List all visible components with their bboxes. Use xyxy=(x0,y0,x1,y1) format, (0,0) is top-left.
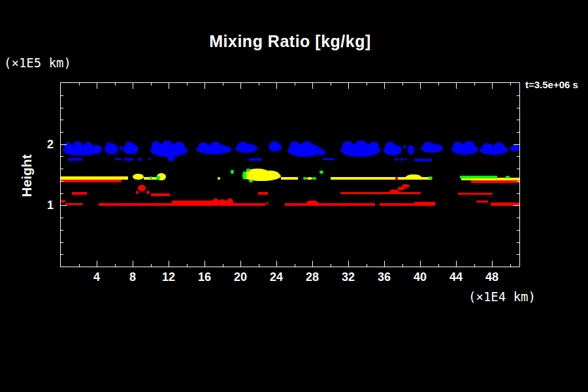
mixing-band-green xyxy=(231,170,234,174)
cloud-band-blue xyxy=(494,142,504,151)
axis-tick xyxy=(492,261,493,267)
mixing-band-green xyxy=(460,176,497,178)
mixing-band-red xyxy=(146,191,150,194)
mixing-band-green xyxy=(303,177,307,180)
axis-tick xyxy=(492,83,493,89)
y-tick-label: 1 xyxy=(31,199,54,212)
axis-tick xyxy=(240,83,241,89)
axis-tick xyxy=(115,264,116,267)
axis-tick xyxy=(517,254,519,255)
axis-tick xyxy=(420,83,421,89)
mixing-band-yellow xyxy=(260,171,280,180)
axis-tick xyxy=(115,83,116,86)
mixing-band-red xyxy=(220,199,225,202)
axis-tick xyxy=(402,264,403,267)
mixing-band-yellow xyxy=(281,177,298,180)
mixing-band-red xyxy=(389,189,399,193)
axis-tick xyxy=(223,264,223,267)
axis-tick xyxy=(517,132,519,133)
axis-tick xyxy=(517,95,519,96)
cloud-band-blue xyxy=(73,141,82,150)
cloud-band-blue xyxy=(91,145,102,154)
mixing-band-red xyxy=(151,193,170,197)
mixing-band-red xyxy=(138,185,146,191)
mixing-band-yellow xyxy=(307,177,312,180)
axis-tick xyxy=(510,83,511,86)
x-tick-label: 12 xyxy=(154,270,183,284)
x-tick-label: 20 xyxy=(226,270,255,284)
axis-tick xyxy=(133,83,133,89)
axis-tick xyxy=(384,83,385,89)
mixing-band-yellow xyxy=(406,174,421,180)
axis-tick xyxy=(438,83,439,86)
axis-tick xyxy=(474,83,475,86)
cloud-band-blue xyxy=(355,140,367,148)
axis-tick xyxy=(97,83,97,89)
axis-tick xyxy=(517,156,519,157)
cloud-band-blue xyxy=(395,158,399,161)
mixing-band-red xyxy=(458,193,493,195)
axis-tick xyxy=(223,83,223,86)
plot-area xyxy=(60,82,520,267)
cloud-band-blue xyxy=(68,158,82,161)
cloud-band-blue xyxy=(323,158,335,160)
cloud-band-blue xyxy=(106,142,112,149)
axis-tick xyxy=(61,230,63,231)
cloud-band-blue xyxy=(238,142,248,149)
axis-tick xyxy=(517,108,519,108)
cloud-band-blue xyxy=(510,145,519,152)
x-tick-label: 4 xyxy=(82,270,111,284)
x-tick-label: 24 xyxy=(262,270,291,284)
mixing-band-red xyxy=(61,180,122,182)
mixing-band-green xyxy=(319,171,323,174)
axis-tick xyxy=(204,261,205,267)
axis-tick xyxy=(312,261,313,267)
mixing-band-red xyxy=(415,202,435,206)
axis-tick xyxy=(517,169,519,169)
axis-tick xyxy=(276,261,277,267)
axis-tick xyxy=(367,264,367,267)
axis-tick xyxy=(456,83,457,89)
x-tick-label: 8 xyxy=(118,270,147,284)
axis-tick xyxy=(61,205,67,206)
axis-tick xyxy=(348,83,349,89)
cloud-band-blue xyxy=(152,141,161,149)
cloud-band-blue xyxy=(403,145,406,149)
axis-tick xyxy=(97,261,97,267)
axis-tick xyxy=(517,120,519,120)
axis-tick xyxy=(61,120,63,120)
x-tick-label: 32 xyxy=(334,270,363,284)
axis-tick xyxy=(517,218,519,218)
cloud-band-blue xyxy=(120,146,122,150)
chart-title: Mixing Ratio [kg/kg] xyxy=(60,32,520,51)
cloud-band-blue xyxy=(167,152,175,161)
axis-tick xyxy=(514,205,519,206)
mixing-band-green xyxy=(246,169,250,172)
mixing-band-green xyxy=(506,176,510,178)
axis-tick xyxy=(474,264,475,267)
x-tick-label: 16 xyxy=(190,270,219,284)
cloud-band-blue xyxy=(385,142,395,149)
axis-tick xyxy=(517,181,519,182)
cloud-band-blue xyxy=(124,158,133,161)
mixing-band-red xyxy=(471,180,519,183)
cloud-band-blue xyxy=(453,142,463,149)
cloud-band-blue xyxy=(302,141,312,149)
mixing-band-yellow xyxy=(133,174,144,180)
mixing-band-red xyxy=(61,200,65,203)
mixing-band-red xyxy=(402,184,410,188)
axis-tick xyxy=(61,144,67,145)
x-axis-unit-label: (×1E4 km) xyxy=(451,289,536,304)
axis-tick xyxy=(240,261,241,267)
axis-tick xyxy=(187,83,188,86)
axis-tick xyxy=(151,83,152,86)
axis-tick xyxy=(61,218,63,218)
mixing-band-green xyxy=(312,177,316,180)
cloud-band-blue xyxy=(290,141,299,149)
axis-tick xyxy=(61,181,63,182)
axis-tick xyxy=(259,83,259,86)
mixing-band-red xyxy=(136,191,139,194)
mixing-band-red xyxy=(213,199,218,201)
axis-tick xyxy=(79,83,80,86)
axis-tick xyxy=(331,83,331,86)
